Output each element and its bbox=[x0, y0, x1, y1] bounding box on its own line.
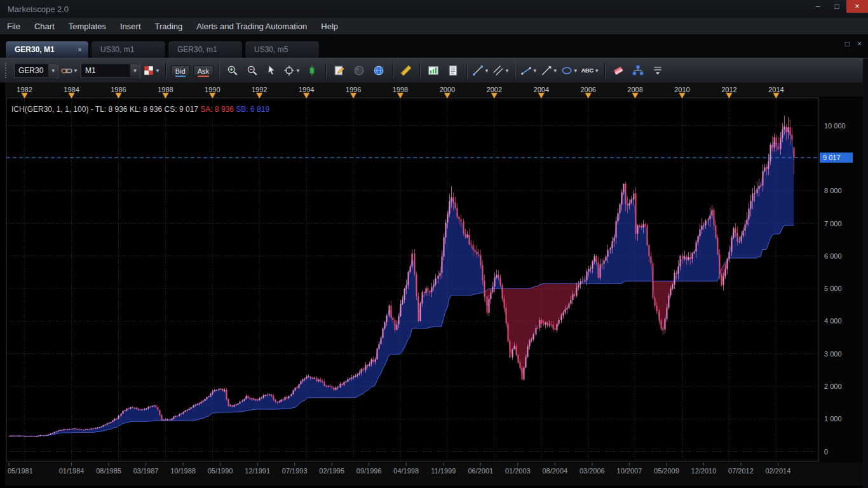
cursor-tool-button[interactable] bbox=[263, 62, 281, 79]
svg-text:3 000: 3 000 bbox=[824, 350, 842, 358]
auto-scale-button[interactable] bbox=[303, 62, 321, 79]
cursor-icon bbox=[266, 65, 278, 76]
menu-bar: FileChartTemplatesInsertTradingAlerts an… bbox=[0, 18, 868, 35]
eraser-icon bbox=[613, 65, 624, 76]
svg-text:5 000: 5 000 bbox=[824, 285, 842, 292]
chevron-down-icon[interactable]: ▼ bbox=[573, 68, 578, 74]
globe-icon bbox=[373, 65, 384, 76]
toolbar-separator bbox=[392, 63, 393, 79]
diagonal-line-icon bbox=[472, 65, 484, 76]
measure-button[interactable] bbox=[397, 62, 415, 79]
toolbar-separator bbox=[515, 63, 515, 79]
chevron-down-icon[interactable]: ▼ bbox=[48, 64, 58, 77]
svg-text:1988: 1988 bbox=[158, 86, 173, 93]
close-button[interactable]: × bbox=[846, 0, 868, 13]
zoom-in-button[interactable] bbox=[224, 62, 241, 79]
candle-pattern-icon bbox=[143, 65, 154, 76]
chart-gallery-button[interactable] bbox=[424, 62, 442, 79]
title-bar: Marketscope 2.0 – □ × bbox=[0, 0, 868, 18]
chevron-down-icon[interactable]: ▼ bbox=[73, 68, 78, 74]
menu-templates[interactable]: Templates bbox=[62, 18, 113, 34]
document-restore-icon[interactable]: □ bbox=[845, 39, 850, 48]
restore-button[interactable]: □ bbox=[827, 0, 846, 13]
org-chart-icon bbox=[632, 65, 644, 76]
svg-text:1998: 1998 bbox=[393, 86, 408, 93]
zoom-out-icon bbox=[247, 65, 258, 76]
svg-text:10 000: 10 000 bbox=[824, 122, 846, 130]
ask-button[interactable]: Ask bbox=[193, 65, 214, 76]
chevron-down-icon[interactable]: ▼ bbox=[295, 68, 301, 74]
annotation-button[interactable] bbox=[330, 62, 348, 79]
svg-text:1990: 1990 bbox=[205, 86, 220, 93]
line-tool-select[interactable]: ▼ bbox=[471, 62, 490, 79]
menu-chart[interactable]: Chart bbox=[27, 18, 62, 34]
trend-tool-select[interactable]: ▼ bbox=[520, 62, 538, 79]
window-controls: – □ × bbox=[808, 0, 868, 18]
symbol-select-value: GER30 bbox=[18, 66, 43, 75]
chevron-down-icon[interactable]: ▼ bbox=[484, 68, 489, 74]
menu-help[interactable]: Help bbox=[314, 18, 345, 34]
parallel-lines-icon bbox=[492, 65, 504, 76]
web-news-button[interactable] bbox=[370, 62, 388, 79]
tab-us30-m1[interactable]: US30, m1 bbox=[91, 41, 166, 58]
svg-text:1982: 1982 bbox=[17, 86, 32, 93]
tab-ger30-m1[interactable]: GER30, M1× bbox=[5, 41, 89, 58]
report-button[interactable] bbox=[444, 62, 462, 79]
svg-text:2010: 2010 bbox=[674, 86, 689, 93]
menu-alerts-and-trading-automation[interactable]: Alerts and Trading Automation bbox=[189, 18, 314, 34]
chart-container[interactable]: ICH(GER30, 1, 1, 100) - TL: 8 936 KL: 8 … bbox=[5, 83, 863, 485]
ray-line-icon bbox=[541, 65, 552, 76]
chevron-down-icon[interactable]: ▼ bbox=[155, 68, 160, 74]
chevron-down-icon[interactable]: ▼ bbox=[130, 64, 140, 77]
toolbar-grip[interactable] bbox=[5, 63, 9, 78]
tab-ger30-m1[interactable]: GER30, m1 bbox=[168, 41, 243, 58]
toolbar-options-button[interactable] bbox=[649, 62, 667, 79]
channel-tool-select[interactable]: ▼ bbox=[492, 62, 510, 79]
tab-us30-m5[interactable]: US30, m5 bbox=[245, 41, 320, 58]
tab-close-icon[interactable]: × bbox=[69, 46, 82, 53]
lens-button[interactable] bbox=[350, 62, 368, 79]
svg-text:08/2004: 08/2004 bbox=[542, 467, 567, 475]
eraser-button[interactable] bbox=[609, 62, 627, 79]
chevron-down-icon[interactable]: ▼ bbox=[532, 68, 538, 74]
menu-trading[interactable]: Trading bbox=[148, 18, 190, 34]
symbol-select[interactable]: GER30▼ bbox=[14, 63, 58, 78]
period-select[interactable]: M1▼ bbox=[81, 63, 140, 78]
object-manager-button[interactable] bbox=[629, 62, 647, 79]
report-icon bbox=[447, 65, 459, 76]
svg-text:1984: 1984 bbox=[64, 86, 79, 93]
svg-text:12/1991: 12/1991 bbox=[245, 467, 270, 475]
link-charts-select[interactable]: ▼ bbox=[60, 62, 79, 79]
menu-insert[interactable]: Insert bbox=[113, 18, 148, 34]
shape-tool-select[interactable]: ▼ bbox=[560, 62, 579, 79]
ruler-icon bbox=[400, 65, 412, 76]
dark-sphere-icon bbox=[353, 65, 365, 76]
document-close-icon[interactable]: × bbox=[857, 39, 862, 48]
bid-button[interactable]: Bid bbox=[171, 65, 190, 76]
svg-text:1996: 1996 bbox=[346, 86, 361, 93]
zoom-out-button[interactable] bbox=[243, 62, 261, 79]
svg-text:01/1984: 01/1984 bbox=[59, 467, 85, 475]
application-window: Marketscope 2.0 – □ × FileChartTemplates… bbox=[0, 0, 868, 488]
minimize-button[interactable]: – bbox=[808, 0, 827, 13]
chart-type-select[interactable]: ▼ bbox=[142, 62, 161, 79]
svg-text:07/2012: 07/2012 bbox=[728, 467, 754, 475]
toolbar-separator bbox=[466, 63, 467, 79]
toolbar-separator bbox=[165, 63, 166, 79]
svg-text:4 000: 4 000 bbox=[824, 317, 842, 325]
tab-label: US30, m1 bbox=[100, 45, 134, 54]
ray-tool-select[interactable]: ▼ bbox=[540, 62, 559, 79]
toolbar-separator bbox=[219, 63, 219, 79]
pointer-mode-select[interactable]: ▼ bbox=[283, 62, 301, 79]
crosshair-icon bbox=[283, 65, 295, 76]
chevron-down-icon[interactable]: ▼ bbox=[594, 68, 599, 74]
chevron-down-icon[interactable]: ▼ bbox=[553, 68, 558, 74]
svg-text:02/1995: 02/1995 bbox=[319, 467, 344, 475]
text-tool-select[interactable]: ABC▼ bbox=[581, 62, 600, 79]
chain-icon bbox=[61, 65, 72, 76]
menu-file[interactable]: File bbox=[0, 18, 27, 34]
indicator-legend: ICH(GER30, 1, 1, 100) - TL: 8 936 KL: 8 … bbox=[11, 105, 269, 114]
chevron-down-icon[interactable]: ▼ bbox=[505, 68, 510, 74]
price-chart[interactable]: ICH(GER30, 1, 1, 100) - TL: 8 936 KL: 8 … bbox=[5, 83, 863, 485]
svg-text:05/1990: 05/1990 bbox=[208, 467, 233, 475]
